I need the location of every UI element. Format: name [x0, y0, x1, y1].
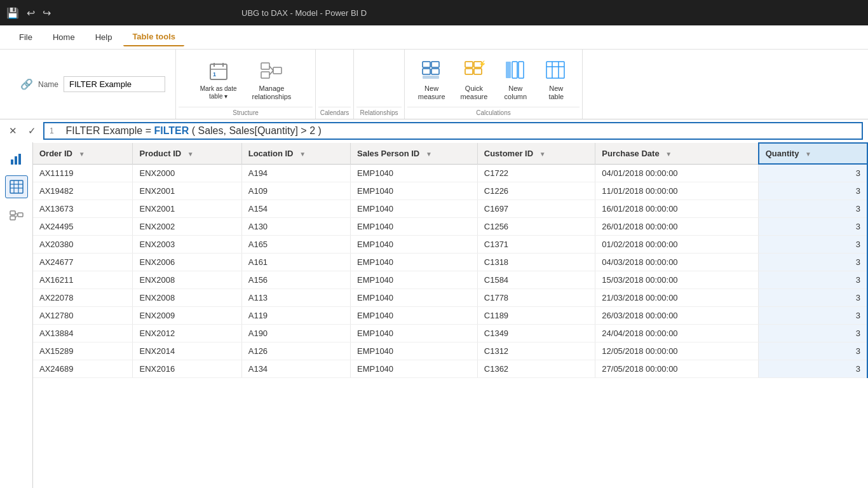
th-location-id[interactable]: Location ID ▼ — [241, 143, 350, 164]
table-cell: EMP1040 — [350, 307, 477, 325]
new-column-label: Newcolumn — [505, 85, 527, 101]
table-cell: 3 — [759, 289, 867, 307]
table-cell: 3 — [759, 236, 867, 254]
th-quantity[interactable]: Quantity ▼ — [759, 143, 867, 164]
data-table-container[interactable]: Order ID ▼ Product ID ▼ Location ID ▼ Sa… — [33, 142, 868, 488]
th-purchase-date[interactable]: Purchase Date ▼ — [595, 143, 759, 164]
table-cell: 27/05/2018 00:00:00 — [595, 360, 759, 378]
table-cell: AX20380 — [33, 236, 133, 254]
data-table: Order ID ▼ Product ID ▼ Location ID ▼ Sa… — [33, 142, 868, 378]
sort-quantity-icon[interactable]: ▼ — [805, 151, 811, 158]
table-cell: C1349 — [477, 325, 595, 342]
svg-rect-36 — [10, 216, 15, 220]
model-view-button[interactable] — [5, 203, 28, 226]
menu-item-file[interactable]: File — [10, 29, 41, 46]
sort-location-id-icon[interactable]: ▼ — [299, 151, 306, 158]
th-customer-id[interactable]: Customer ID ▼ — [477, 143, 595, 164]
undo-icon[interactable]: ↩ — [27, 7, 35, 19]
table-cell: 21/03/2018 00:00:00 — [595, 289, 759, 307]
table-cell: 15/03/2018 00:00:00 — [595, 271, 759, 289]
mark-date-table-button[interactable]: 1 Mark as datetable ▾ — [194, 56, 243, 104]
relationships-icon — [260, 59, 283, 82]
th-product-id[interactable]: Product ID ▼ — [133, 143, 241, 164]
table-cell: C1189 — [477, 307, 595, 325]
table-cell: ENX2016 — [133, 360, 241, 378]
sort-customer-id-icon[interactable]: ▼ — [539, 151, 546, 158]
sort-order-id-icon[interactable]: ▼ — [79, 151, 85, 158]
new-table-button[interactable]: Newtable — [537, 55, 575, 105]
svg-rect-7 — [273, 67, 281, 74]
table-header-row: Order ID ▼ Product ID ▼ Location ID ▼ Sa… — [33, 143, 867, 164]
redo-icon[interactable]: ↪ — [43, 7, 51, 19]
table-cell: 3 — [759, 164, 867, 182]
table-cell: 3 — [759, 200, 867, 218]
quick-measure-label: Quickmeasure — [461, 85, 488, 101]
formula-input-wrapper[interactable]: 1 FILTER Example = FILTER ( Sales, Sales… — [43, 122, 863, 140]
quick-measure-icon: ⚡ — [463, 59, 485, 82]
table-cell: 26/03/2018 00:00:00 — [595, 307, 759, 325]
sort-purchase-date-icon[interactable]: ▼ — [665, 151, 672, 158]
table-cell: 3 — [759, 254, 867, 271]
table-cell: EMP1040 — [350, 254, 477, 271]
new-table-icon — [545, 59, 567, 82]
mark-date-table-label: Mark as datetable ▾ — [200, 85, 237, 100]
menu-bar: File Home Help Table tools — [0, 25, 868, 50]
table-cell: A119 — [241, 307, 350, 325]
table-cell: A113 — [241, 289, 350, 307]
sort-product-id-icon[interactable]: ▼ — [187, 151, 194, 158]
bar-chart-view-button[interactable] — [5, 147, 28, 170]
table-cell: 3 — [759, 271, 867, 289]
formula-cancel-button[interactable]: ✕ — [5, 123, 20, 139]
th-order-id[interactable]: Order ID ▼ — [33, 143, 133, 164]
table-row: AX24495ENX2002A130EMP1040C125626/01/2018… — [33, 218, 867, 236]
ribbon-group-calendars: Calendars — [316, 50, 354, 119]
table-cell: AX13673 — [33, 200, 133, 218]
th-sales-person-id[interactable]: Sales Person ID ▼ — [350, 143, 477, 164]
table-row: AX11119ENX2000A194EMP1040C172204/01/2018… — [33, 164, 867, 182]
formula-confirm-button[interactable]: ✓ — [24, 123, 39, 139]
table-cell: A165 — [241, 236, 350, 254]
calculations-group-label: Calculations — [407, 107, 580, 119]
table-cell: A190 — [241, 325, 350, 342]
table-cell: EMP1040 — [350, 289, 477, 307]
link-icon: 🔗 — [20, 78, 33, 90]
new-measure-button[interactable]: Newmeasure — [412, 55, 452, 105]
name-input[interactable] — [64, 76, 165, 92]
formula-keyword-filter: FILTER — [154, 125, 189, 136]
calendars-group-label: Calendars — [318, 107, 351, 119]
new-column-button[interactable]: Newcolumn — [496, 55, 534, 105]
save-icon[interactable]: 💾 — [6, 7, 19, 19]
formula-actions: ✕ ✓ — [5, 123, 39, 139]
table-row: AX13884ENX2012A190EMP1040C134924/04/2018… — [33, 325, 867, 342]
table-body: AX11119ENX2000A194EMP1040C172204/01/2018… — [33, 164, 867, 378]
menu-item-help[interactable]: Help — [86, 29, 121, 46]
svg-line-9 — [269, 71, 273, 75]
new-table-label: Newtable — [548, 85, 564, 101]
table-cell: C1697 — [477, 200, 595, 218]
ribbon-group-structure: 1 Mark as datetable ▾ Managerelations — [176, 50, 316, 119]
name-label: Name — [38, 80, 58, 89]
svg-rect-11 — [423, 69, 430, 74]
table-cell: ENX2008 — [133, 289, 241, 307]
svg-rect-23 — [546, 62, 564, 78]
calculations-buttons: Newmeasure ⚡ Quickmeasure — [407, 50, 580, 107]
table-cell: AX15289 — [33, 342, 133, 360]
table-view-button[interactable] — [5, 175, 28, 198]
menu-item-table-tools[interactable]: Table tools — [123, 28, 184, 46]
quick-measure-button[interactable]: ⚡ Quickmeasure — [454, 55, 494, 105]
menu-item-home[interactable]: Home — [44, 29, 84, 46]
formula-line-number: 1 — [50, 126, 54, 135]
svg-rect-37 — [18, 213, 23, 217]
table-cell: ENX2009 — [133, 307, 241, 325]
sort-sales-person-id-icon[interactable]: ▼ — [426, 151, 432, 158]
table-cell: EMP1040 — [350, 182, 477, 200]
table-cell: EMP1040 — [350, 164, 477, 182]
table-cell: EMP1040 — [350, 360, 477, 378]
manage-relationships-button[interactable]: Managerelationships — [246, 55, 298, 105]
svg-rect-28 — [15, 156, 17, 165]
table-cell: AX22078 — [33, 289, 133, 307]
manage-relationships-label: Managerelationships — [252, 85, 292, 101]
calendar-icon: 1 — [207, 60, 230, 83]
table-cell: EMP1040 — [350, 271, 477, 289]
table-cell: EMP1040 — [350, 342, 477, 360]
